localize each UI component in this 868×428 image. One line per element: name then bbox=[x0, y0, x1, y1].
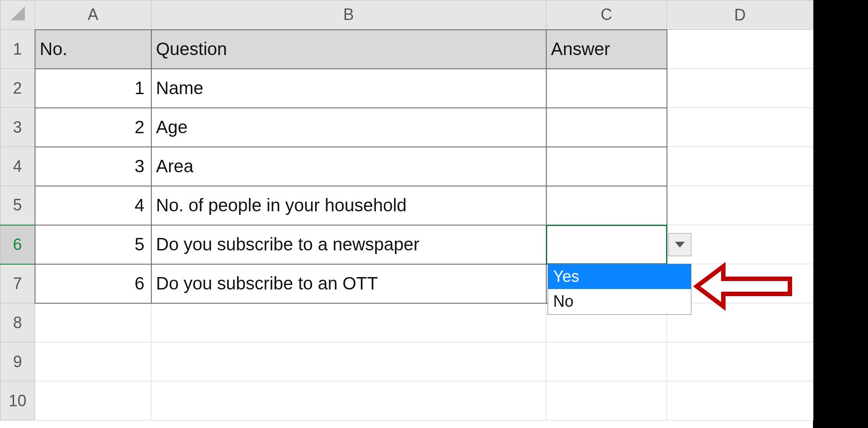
cell-D5[interactable] bbox=[667, 186, 813, 225]
cell-C10[interactable] bbox=[546, 381, 667, 420]
cell-B6[interactable]: Do you subscribe to a newspaper bbox=[151, 225, 546, 264]
cell-B2[interactable]: Name bbox=[151, 69, 546, 108]
cell-A4[interactable]: 3 bbox=[35, 147, 151, 186]
row-header-1[interactable]: 1 bbox=[0, 30, 35, 69]
row-header-5[interactable]: 5 bbox=[0, 186, 35, 225]
cell-B5[interactable]: No. of people in your household bbox=[151, 186, 546, 225]
select-all-triangle-icon bbox=[11, 6, 25, 20]
col-header-B[interactable]: B bbox=[151, 0, 546, 30]
row-header-2[interactable]: 2 bbox=[0, 69, 35, 108]
cell-A3[interactable]: 2 bbox=[35, 108, 151, 147]
cell-C3[interactable] bbox=[546, 108, 667, 147]
cell-A8[interactable] bbox=[35, 303, 151, 342]
cell-C6[interactable]: Yes No bbox=[546, 225, 667, 264]
cell-A7[interactable]: 6 bbox=[35, 264, 151, 303]
row-6: 6 5 Do you subscribe to a newspaper Yes … bbox=[0, 225, 813, 264]
col-header-A[interactable]: A bbox=[35, 0, 151, 30]
cell-C1[interactable]: Answer bbox=[546, 30, 667, 69]
row-header-10[interactable]: 10 bbox=[0, 381, 35, 420]
row-header-8[interactable]: 8 bbox=[0, 303, 35, 342]
column-header-row: A B C D bbox=[0, 0, 813, 30]
cell-C5[interactable] bbox=[546, 186, 667, 225]
select-all-corner[interactable] bbox=[0, 0, 35, 30]
cell-D9[interactable] bbox=[667, 342, 813, 381]
row-4: 4 3 Area bbox=[0, 147, 813, 186]
cell-D6[interactable] bbox=[667, 225, 813, 264]
cell-A6[interactable]: 5 bbox=[35, 225, 151, 264]
cell-B3[interactable]: Age bbox=[151, 108, 546, 147]
cell-D2[interactable] bbox=[667, 69, 813, 108]
row-10: 10 bbox=[0, 381, 813, 420]
spreadsheet-area: A B C D 1 No. Question Answer 2 1 Name 3… bbox=[0, 0, 813, 428]
cell-C4[interactable] bbox=[546, 147, 667, 186]
row-header-7[interactable]: 7 bbox=[0, 264, 35, 303]
cell-B1[interactable]: Question bbox=[151, 30, 546, 69]
cell-A2[interactable]: 1 bbox=[35, 69, 151, 108]
cell-B9[interactable] bbox=[151, 342, 546, 381]
dropdown-list[interactable]: Yes No bbox=[548, 264, 691, 315]
row-2: 2 1 Name bbox=[0, 69, 813, 108]
cell-A9[interactable] bbox=[35, 342, 151, 381]
cell-D3[interactable] bbox=[667, 108, 813, 147]
row-8: 8 bbox=[0, 303, 813, 342]
row-header-4[interactable]: 4 bbox=[0, 147, 35, 186]
cell-B7[interactable]: Do you subscribe to an OTT bbox=[151, 264, 546, 303]
cell-C9[interactable] bbox=[546, 342, 667, 381]
cell-D4[interactable] bbox=[667, 147, 813, 186]
cell-D10[interactable] bbox=[667, 381, 813, 420]
row-9: 9 bbox=[0, 342, 813, 381]
col-header-D[interactable]: D bbox=[667, 0, 813, 30]
cell-B8[interactable] bbox=[151, 303, 546, 342]
dropdown-option-no[interactable]: No bbox=[548, 289, 691, 314]
cell-A5[interactable]: 4 bbox=[35, 186, 151, 225]
row-3: 3 2 Age bbox=[0, 108, 813, 147]
cell-B10[interactable] bbox=[151, 381, 546, 420]
col-header-C[interactable]: C bbox=[546, 0, 667, 30]
svg-marker-0 bbox=[11, 6, 25, 20]
row-header-3[interactable]: 3 bbox=[0, 108, 35, 147]
dropdown-option-yes[interactable]: Yes bbox=[548, 264, 691, 289]
cell-A10[interactable] bbox=[35, 381, 151, 420]
row-5: 5 4 No. of people in your household bbox=[0, 186, 813, 225]
row-header-9[interactable]: 9 bbox=[0, 342, 35, 381]
row-7: 7 6 Do you subscribe to an OTT bbox=[0, 264, 813, 303]
cell-C2[interactable] bbox=[546, 69, 667, 108]
row-header-6[interactable]: 6 bbox=[0, 225, 35, 264]
cell-D1[interactable] bbox=[667, 30, 813, 69]
row-1: 1 No. Question Answer bbox=[0, 30, 813, 69]
cell-A1[interactable]: No. bbox=[35, 30, 151, 69]
cell-B4[interactable]: Area bbox=[151, 147, 546, 186]
spreadsheet-grid: A B C D 1 No. Question Answer 2 1 Name 3… bbox=[0, 0, 813, 420]
